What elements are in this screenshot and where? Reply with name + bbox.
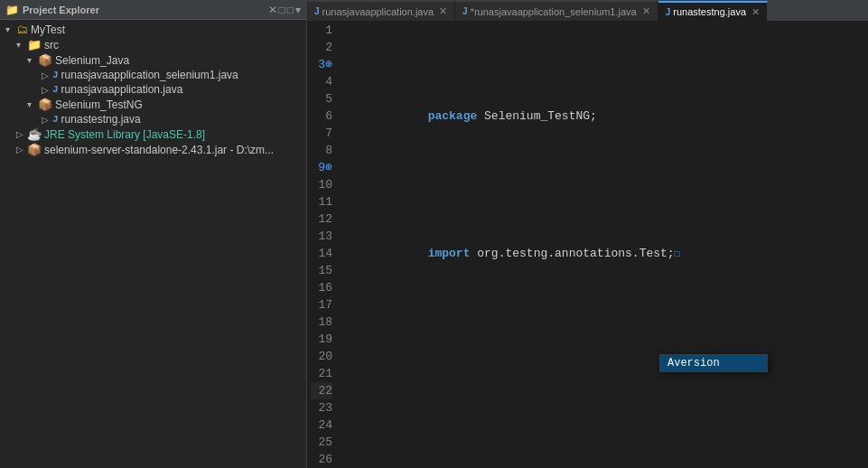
line-num-24: 24	[311, 417, 332, 434]
jar-label: selenium-server-standalone-2.43.1.jar - …	[44, 144, 274, 156]
autocomplete-aversion-label: Aversion	[667, 357, 720, 370]
tab1-icon: J	[314, 6, 320, 16]
arrow-runasjava-sel: ▷	[42, 70, 52, 80]
jre-icon: ☕	[27, 127, 42, 141]
tab2-label: *runasjavaapplication_selenium1.java	[471, 6, 637, 17]
tab1-close-btn[interactable]: ✕	[439, 5, 447, 17]
editor-content[interactable]: 1 2 3⊕ 4 5 6 7 8 9⊕ 10 11 12 13 14 15 16	[307, 22, 868, 468]
explorer-header: 📁 Project Explorer ✕ □ □ ▾	[0, 0, 306, 20]
tab1-label: runasjavaapplication.java	[322, 6, 434, 17]
tree-item-runasjava[interactable]: ▷ J runasjavaapplication.java	[0, 82, 306, 97]
code-line-7	[343, 451, 864, 468]
src-folder-icon: 📁	[27, 38, 42, 51]
line-num-5: 5	[311, 90, 332, 108]
arrow-selenium-java: ▾	[27, 55, 38, 65]
tab-runastestng[interactable]: J runastestng.java ✕	[658, 1, 768, 21]
code-line-5	[343, 348, 864, 365]
tree-item-runastestng[interactable]: ▷ J runastestng.java	[0, 112, 306, 126]
explorer-menu-btn[interactable]: ▾	[295, 4, 301, 16]
mytest-label: MyTest	[31, 23, 65, 36]
selenium-testng-label: Selenium_TestNG	[55, 98, 143, 111]
tree-item-mytest[interactable]: ▾ 🗂 MyTest	[0, 22, 306, 37]
line-num-25: 25	[311, 434, 332, 451]
tree-item-runasjava-sel[interactable]: ▷ J runasjavaapplication_selenium1.java	[0, 68, 306, 82]
tab3-label: runastestng.java	[673, 6, 746, 17]
line-num-19: 19	[311, 331, 332, 348]
arrow-runasjava: ▷	[42, 85, 52, 95]
line-num-9: 9⊕	[311, 159, 332, 176]
java-file-icon-1: J	[52, 70, 59, 80]
explorer-min-btn[interactable]: □	[279, 4, 285, 16]
line-num-23: 23	[311, 399, 332, 417]
runastestng-label: runastestng.java	[61, 113, 141, 126]
editor-area: J runasjavaapplication.java ✕ J *runasja…	[307, 0, 868, 468]
tree-item-jre[interactable]: ▷ ☕ JRE System Library [JavaSE-1.8]	[0, 126, 306, 142]
java-file-icon-2: J	[52, 84, 59, 95]
arrow-mytest: ▾	[5, 24, 16, 34]
code-line-2	[343, 159, 864, 176]
code-area[interactable]: package Selenium_TestNG; import org.test…	[340, 22, 868, 468]
arrow-jre: ▷	[16, 129, 27, 139]
explorer-title: Project Explorer	[23, 5, 265, 15]
package-icon-testng: 📦	[38, 98, 52, 111]
line-num-8: 8	[311, 142, 332, 159]
line-num-17: 17	[311, 296, 332, 314]
project-icon: 📁	[5, 4, 19, 16]
line-num-14: 14	[311, 245, 332, 262]
java-file-icon-3: J	[52, 114, 59, 125]
line-num-16: 16	[311, 279, 332, 296]
line-num-18: 18	[311, 314, 332, 331]
tab-runasjavaapplication-selenium1[interactable]: J *runasjavaapplication_selenium1.java ✕	[455, 1, 658, 21]
code-line-1: package Selenium_TestNG;	[343, 90, 864, 108]
tree-item-selenium-testng[interactable]: ▾ 📦 Selenium_TestNG	[0, 97, 306, 112]
package-icon-java: 📦	[38, 53, 52, 67]
tree-item-selenium-jar[interactable]: ▷ 📦 selenium-server-standalone-2.43.1.ja…	[0, 142, 306, 157]
explorer-max-btn[interactable]: □	[287, 4, 294, 16]
line-numbers: 1 2 3⊕ 4 5 6 7 8 9⊕ 10 11 12 13 14 15 16	[307, 22, 340, 468]
arrow-selenium-testng: ▾	[27, 99, 38, 109]
line-num-20: 20	[311, 348, 332, 365]
arrow-jar: ▷	[16, 145, 27, 154]
project-folder-icon: 🗂	[16, 23, 28, 36]
jar-icon: 📦	[27, 143, 42, 156]
line-num-21: 21	[311, 365, 332, 382]
line-num-13: 13	[311, 228, 332, 245]
explorer-close-btn[interactable]: ✕	[268, 4, 277, 16]
line-num-22: 22	[311, 382, 332, 399]
code-line-4	[343, 296, 864, 314]
tab-bar: J runasjavaapplication.java ✕ J *runasja…	[307, 0, 868, 22]
jre-label: JRE System Library [JavaSE-1.8]	[44, 128, 205, 141]
arrow-runastestng: ▷	[42, 115, 52, 125]
line-num-4: 4	[311, 73, 332, 90]
runasjava-sel-label: runasjavaapplication_selenium1.java	[61, 69, 238, 81]
tab-runasjavaapplication[interactable]: J runasjavaapplication.java ✕	[307, 1, 455, 21]
line-num-1: 1	[311, 22, 332, 39]
project-explorer: 📁 Project Explorer ✕ □ □ ▾ ▾ 🗂 MyTest	[0, 0, 307, 468]
runasjava-label: runasjavaapplication.java	[61, 83, 183, 96]
line-num-3: 3⊕	[311, 56, 332, 73]
autocomplete-item-aversion[interactable]: Aversion	[660, 355, 767, 371]
tab2-icon: J	[462, 6, 468, 16]
line-num-15: 15	[311, 262, 332, 279]
tree-item-selenium-java[interactable]: ▾ 📦 Selenium_Java	[0, 52, 306, 68]
line-num-7: 7	[311, 125, 332, 142]
line-num-11: 11	[311, 193, 332, 211]
main-layout: 📁 Project Explorer ✕ □ □ ▾ ▾ 🗂 MyTest	[0, 0, 868, 468]
src-label: src	[44, 39, 59, 51]
selenium-java-label: Selenium_Java	[55, 54, 129, 67]
line-num-12: 12	[311, 211, 332, 228]
tab2-close-btn[interactable]: ✕	[642, 5, 650, 17]
tab3-icon: J	[666, 7, 671, 17]
arrow-src: ▾	[16, 40, 27, 50]
tree-item-src[interactable]: ▾ 📁 src	[0, 37, 306, 52]
explorer-tree: ▾ 🗂 MyTest ▾ 📁 src ▾ 📦 Selenium_Java	[0, 20, 306, 468]
line-num-2: 2	[311, 39, 332, 56]
line-num-10: 10	[311, 176, 332, 193]
autocomplete-popup[interactable]: Aversion	[659, 354, 768, 372]
tab3-close-btn[interactable]: ✕	[751, 6, 760, 18]
code-line-3: import org.testng.annotations.Test;□	[343, 228, 864, 245]
line-num-26: 26	[311, 451, 332, 468]
code-line-6	[343, 399, 864, 417]
line-num-6: 6	[311, 108, 332, 125]
main-container: 📁 Project Explorer ✕ □ □ ▾ ▾ 🗂 MyTest	[0, 0, 868, 468]
